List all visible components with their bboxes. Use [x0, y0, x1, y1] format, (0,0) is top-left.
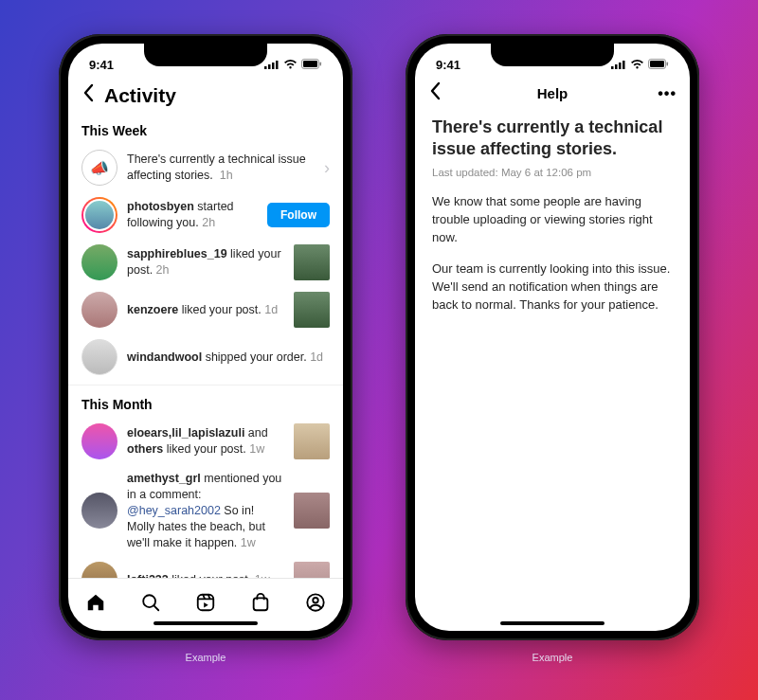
- svg-rect-3: [276, 61, 279, 69]
- divider: [68, 385, 343, 386]
- battery-icon: [648, 58, 669, 72]
- activity-row-order[interactable]: windandwool shipped your order. 1d: [68, 333, 343, 381]
- svg-rect-1: [268, 64, 271, 69]
- avatar[interactable]: [81, 423, 117, 459]
- activity-feed[interactable]: This Week 📣 There's currently a technica…: [68, 116, 343, 578]
- section-this-month: This Month: [68, 389, 343, 418]
- svg-rect-19: [623, 61, 625, 69]
- username: sapphireblues_19: [127, 247, 227, 260]
- svg-point-15: [313, 597, 318, 602]
- activity-row-mention[interactable]: amethyst_grl mentioned you in a comment:…: [68, 465, 343, 556]
- alert-row[interactable]: 📣 There's currently a technical issue af…: [68, 144, 343, 191]
- megaphone-icon: 📣: [81, 150, 117, 186]
- status-time: 9:41: [89, 58, 114, 72]
- home-indicator[interactable]: [500, 621, 605, 625]
- svg-rect-17: [615, 64, 618, 69]
- home-indicator[interactable]: [153, 621, 258, 625]
- page-title: Activity: [104, 84, 176, 107]
- post-thumbnail[interactable]: [294, 493, 330, 529]
- reels-tab-icon[interactable]: [195, 592, 216, 613]
- username: photosbyen: [127, 200, 194, 213]
- battery-icon: [301, 58, 322, 72]
- post-thumbnail[interactable]: [294, 244, 330, 280]
- help-title: There's currently a technical issue affe…: [432, 117, 673, 161]
- svg-rect-16: [611, 66, 614, 69]
- svg-rect-18: [619, 63, 622, 69]
- alert-text: There's currently a technical issue affe…: [127, 152, 315, 184]
- svg-rect-0: [264, 66, 267, 69]
- follow-button[interactable]: Follow: [267, 203, 330, 227]
- help-content: There's currently a technical issue affe…: [415, 111, 690, 333]
- header: Activity: [68, 80, 343, 116]
- activity-row-like[interactable]: kenzoere liked your post. 1d: [68, 286, 343, 333]
- screen-help: 9:41 Help ••• There's currently a techni…: [415, 44, 690, 631]
- more-button[interactable]: •••: [658, 85, 677, 102]
- post-thumbnail[interactable]: [294, 423, 330, 459]
- page-title: Help: [537, 85, 568, 101]
- status-indicators: [611, 58, 669, 72]
- activity-row-like[interactable]: sapphireblues_19 liked your post. 2h: [68, 239, 343, 286]
- avatar[interactable]: [81, 244, 117, 280]
- device-notch: [491, 44, 614, 66]
- username: amethyst_grl: [127, 472, 201, 485]
- svg-rect-22: [667, 62, 669, 65]
- wifi-icon: [283, 58, 298, 72]
- device-notch: [144, 44, 267, 66]
- activity-row-like[interactable]: lofti232 liked your post. 1w: [68, 556, 343, 578]
- wifi-icon: [630, 58, 644, 72]
- svg-rect-13: [254, 598, 268, 610]
- post-thumbnail[interactable]: [294, 292, 330, 328]
- svg-rect-5: [303, 61, 317, 67]
- signal-icon: [264, 58, 280, 72]
- phone-help: 9:41 Help ••• There's currently a techni…: [406, 34, 699, 663]
- avatar[interactable]: [81, 493, 117, 529]
- section-this-week: This Week: [68, 116, 343, 144]
- back-button[interactable]: [428, 81, 442, 106]
- status-indicators: [264, 58, 322, 72]
- post-thumbnail[interactable]: [294, 562, 330, 578]
- username: kenzoere: [127, 303, 178, 316]
- svg-line-8: [154, 605, 159, 610]
- screen-activity: 9:41 Activity This Week 📣: [68, 44, 343, 631]
- device-frame: 9:41 Help ••• There's currently a techni…: [406, 34, 699, 640]
- help-last-updated: Last updated: May 6 at 12:06 pm: [432, 165, 673, 181]
- avatar[interactable]: [81, 197, 117, 233]
- svg-rect-9: [198, 594, 214, 610]
- caption: Example: [186, 652, 226, 663]
- search-tab-icon[interactable]: [140, 592, 161, 613]
- help-paragraph: Our team is currently looking into this …: [432, 260, 673, 314]
- avatar[interactable]: [81, 562, 117, 578]
- avatar[interactable]: [81, 339, 117, 375]
- mention-link[interactable]: @hey_sarah2002: [127, 504, 221, 517]
- svg-rect-6: [320, 62, 322, 65]
- caption: Example: [532, 652, 573, 663]
- chevron-right-icon: ›: [324, 158, 330, 178]
- svg-rect-21: [650, 61, 664, 67]
- home-tab-icon[interactable]: [85, 592, 106, 613]
- device-frame: 9:41 Activity This Week 📣: [59, 34, 352, 640]
- profile-tab-icon[interactable]: [305, 592, 326, 613]
- activity-row-follow[interactable]: photosbyen started following you. 2h Fol…: [68, 191, 343, 239]
- svg-rect-2: [272, 63, 275, 69]
- signal-icon: [611, 58, 626, 72]
- header: Help •••: [415, 80, 690, 111]
- shop-tab-icon[interactable]: [250, 592, 271, 613]
- avatar[interactable]: [81, 292, 117, 328]
- username: windandwool: [127, 350, 202, 364]
- activity-row-like-multi[interactable]: eloears,lil_lapislazuli and others liked…: [68, 418, 343, 465]
- status-time: 9:41: [436, 58, 460, 72]
- back-button[interactable]: [81, 83, 95, 108]
- phone-activity: 9:41 Activity This Week 📣: [59, 34, 352, 663]
- help-paragraph: We know that some people are having trou…: [432, 193, 673, 247]
